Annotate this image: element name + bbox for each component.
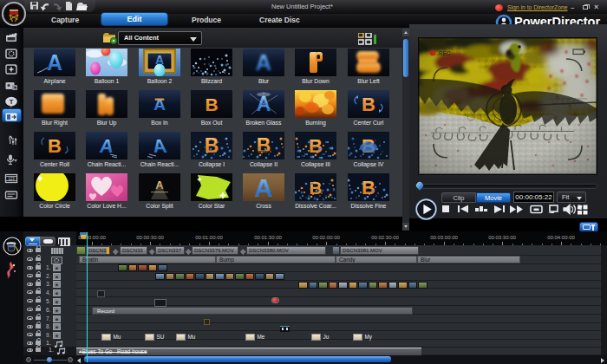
svg-text:A: A xyxy=(153,95,166,114)
svg-text:B: B xyxy=(362,177,375,198)
svg-text:B: B xyxy=(48,135,62,157)
svg-text:B: B xyxy=(362,94,375,115)
svg-text:B: B xyxy=(205,94,218,114)
svg-text:A: A xyxy=(47,50,62,75)
svg-text:A: A xyxy=(155,179,164,192)
svg-text:123: 123 xyxy=(8,177,15,181)
svg-text:B: B xyxy=(309,135,323,157)
svg-text:B: B xyxy=(205,134,219,157)
svg-text:T: T xyxy=(10,97,14,105)
svg-text:A: A xyxy=(256,49,272,75)
svg-text:A: A xyxy=(254,173,273,201)
svg-text:B: B xyxy=(309,178,322,198)
